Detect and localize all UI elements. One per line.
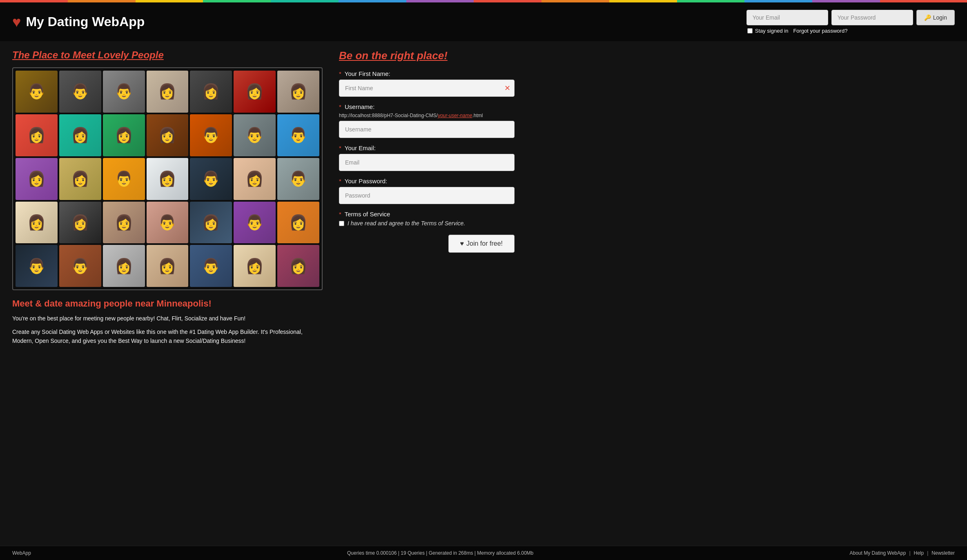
- password-label: * Your Password:: [339, 178, 515, 184]
- join-button-label: Join for free!: [466, 240, 503, 247]
- footer-stats: Queries time 0.000106 | 19 Queries | Gen…: [347, 550, 533, 556]
- username-hint: http://localhost:8888/pH7-Social-Dating-…: [339, 113, 515, 118]
- photo-cell[interactable]: 👩: [16, 158, 58, 200]
- header-bottom-row: Stay signed in Forgot your password?: [746, 28, 955, 34]
- header-email-input[interactable]: [746, 10, 828, 25]
- photo-cell[interactable]: 👩: [277, 71, 319, 113]
- forgot-password-link[interactable]: Forgot your password?: [793, 28, 847, 34]
- header-right: 🔑 Login Stay signed in Forgot your passw…: [746, 10, 955, 34]
- key-icon: 🔑: [924, 14, 931, 21]
- photo-cell[interactable]: 👩: [190, 202, 232, 244]
- stay-signed-checkbox[interactable]: [747, 28, 753, 33]
- footer-links: About My Dating WebApp | Help | Newslett…: [850, 550, 955, 556]
- meet-desc-1: You're on the best place for meeting new…: [12, 314, 323, 323]
- username-group: * Username: http://localhost:8888/pH7-So…: [339, 103, 515, 138]
- photo-cell[interactable]: 👨: [277, 114, 319, 156]
- main-content: The Place to Meet Lovely People 👨👨👨👩👩👩👩👩…: [0, 41, 967, 546]
- photo-cell[interactable]: 👩: [59, 114, 101, 156]
- tos-checkbox-label[interactable]: I have read and agree to the Terms of Se…: [339, 220, 515, 227]
- photo-cell[interactable]: 👩: [277, 202, 319, 244]
- required-star-5: *: [339, 211, 341, 218]
- required-star-3: *: [339, 144, 341, 151]
- first-name-input[interactable]: [339, 80, 515, 97]
- first-name-group: * Your First Name: ✕: [339, 70, 515, 97]
- join-heart-icon: ♥: [460, 240, 464, 247]
- photo-cell[interactable]: 👩: [59, 202, 101, 244]
- photo-cell[interactable]: 👩: [234, 71, 276, 113]
- right-column: Be on the right place! * Your First Name…: [339, 49, 515, 538]
- stay-signed-label[interactable]: Stay signed in: [747, 28, 789, 34]
- registration-title: Be on the right place!: [339, 49, 515, 62]
- logo-area: ♥ My Dating WebApp: [12, 13, 145, 31]
- join-button-container: ♥ Join for free!: [339, 235, 515, 253]
- photo-cell[interactable]: 👨: [147, 202, 189, 244]
- photo-cell[interactable]: 👩: [16, 202, 58, 244]
- footer: WebApp Queries time 0.000106 | 19 Querie…: [0, 546, 967, 560]
- photo-cell[interactable]: 👩: [277, 245, 319, 287]
- header-inputs: 🔑 Login: [746, 10, 955, 25]
- photo-cell[interactable]: 👨: [16, 71, 58, 113]
- photo-grid: 👨👨👨👩👩👩👩👩👩👩👩👨👨👨👩👩👨👩👨👩👨👩👩👩👨👩👨👩👨👨👩👩👨👩👩: [16, 71, 319, 287]
- tos-text: I have read and agree to the Terms of Se…: [348, 220, 465, 227]
- required-star-1: *: [339, 70, 341, 77]
- photo-cell[interactable]: 👩: [234, 245, 276, 287]
- email-input[interactable]: [339, 154, 515, 171]
- email-group: * Your Email:: [339, 144, 515, 171]
- newsletter-link[interactable]: Newsletter: [931, 550, 955, 556]
- left-column: The Place to Meet Lovely People 👨👨👨👩👩👩👩👩…: [12, 49, 323, 538]
- clear-first-name-button[interactable]: ✕: [504, 84, 510, 93]
- password-input[interactable]: [339, 187, 515, 204]
- photo-cell[interactable]: 👩: [59, 158, 101, 200]
- header: ♥ My Dating WebApp 🔑 Login Stay signed i…: [0, 2, 967, 41]
- photo-cell[interactable]: 👩: [190, 71, 232, 113]
- photo-cell[interactable]: 👩: [234, 158, 276, 200]
- photo-cell[interactable]: 👩: [147, 245, 189, 287]
- first-name-label: * Your First Name:: [339, 70, 515, 77]
- tagline: The Place to Meet Lovely People: [12, 49, 323, 61]
- photo-cell[interactable]: 👩: [103, 202, 145, 244]
- photo-cell[interactable]: 👨: [190, 114, 232, 156]
- help-link[interactable]: Help: [914, 550, 924, 556]
- photo-cell[interactable]: 👨: [190, 158, 232, 200]
- required-star-4: *: [339, 178, 341, 184]
- photo-cell[interactable]: 👨: [59, 245, 101, 287]
- photo-cell[interactable]: 👩: [103, 114, 145, 156]
- stay-signed-text: Stay signed in: [755, 28, 789, 34]
- first-name-wrapper: ✕: [339, 80, 515, 97]
- username-input[interactable]: [339, 121, 515, 138]
- header-password-input[interactable]: [831, 10, 913, 25]
- login-group: 🔑 Login Stay signed in Forgot your passw…: [746, 10, 955, 34]
- about-link[interactable]: About My Dating WebApp: [850, 550, 906, 556]
- email-label: * Your Email:: [339, 144, 515, 151]
- photo-cell[interactable]: 👨: [103, 158, 145, 200]
- meet-title: Meet & date amazing people near Minneapo…: [12, 298, 323, 309]
- meet-desc-2: Create any Social Dating Web Apps or Web…: [12, 327, 323, 346]
- join-button[interactable]: ♥ Join for free!: [448, 235, 515, 253]
- photo-cell[interactable]: 👨: [277, 158, 319, 200]
- logo-heart-icon: ♥: [12, 13, 21, 31]
- logo-title: My Dating WebApp: [26, 14, 145, 29]
- photo-cell[interactable]: 👩: [147, 71, 189, 113]
- tos-group: * Terms of Service I have read and agree…: [339, 211, 515, 227]
- username-hint-link[interactable]: your-user-name: [438, 113, 472, 118]
- tos-section-label: * Terms of Service: [339, 211, 515, 218]
- password-group: * Your Password:: [339, 178, 515, 204]
- username-label: * Username:: [339, 103, 515, 110]
- photo-cell[interactable]: 👩: [16, 114, 58, 156]
- photo-cell[interactable]: 👩: [147, 114, 189, 156]
- required-star-2: *: [339, 103, 341, 110]
- login-button-label: Login: [933, 14, 947, 21]
- footer-app-label: WebApp: [12, 550, 31, 556]
- login-button[interactable]: 🔑 Login: [916, 10, 955, 25]
- photo-cell[interactable]: 👨: [234, 202, 276, 244]
- photo-grid-container: 👨👨👨👩👩👩👩👩👩👩👩👨👨👨👩👩👨👩👨👩👨👩👩👩👨👩👨👩👨👨👩👩👨👩👩: [12, 67, 323, 290]
- photo-cell[interactable]: 👩: [103, 245, 145, 287]
- photo-cell[interactable]: 👨: [16, 245, 58, 287]
- photo-cell[interactable]: 👨: [234, 114, 276, 156]
- photo-cell[interactable]: 👨: [103, 71, 145, 113]
- tos-checkbox[interactable]: [339, 221, 344, 226]
- photo-cell[interactable]: 👨: [190, 245, 232, 287]
- photo-cell[interactable]: 👩: [147, 158, 189, 200]
- photo-cell[interactable]: 👨: [59, 71, 101, 113]
